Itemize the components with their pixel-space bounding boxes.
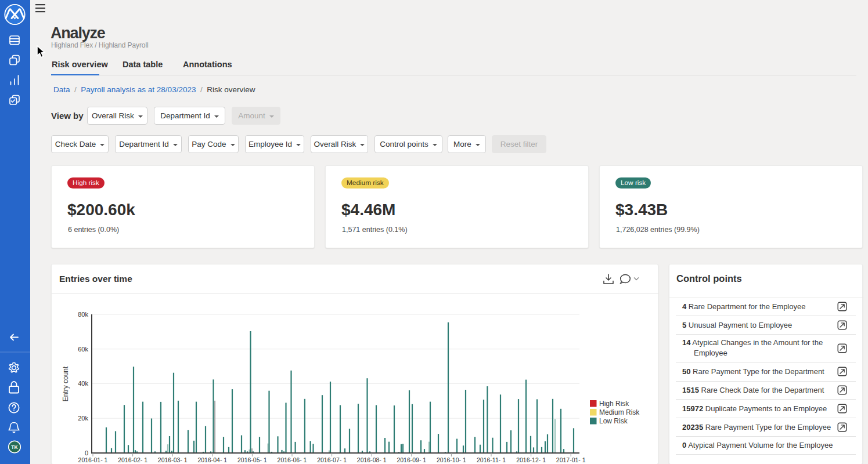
svg-text:40k: 40k [78, 380, 88, 387]
svg-text:High Risk: High Risk [599, 400, 629, 408]
svg-text:Low Risk: Low Risk [599, 417, 628, 425]
svg-text:2016-01- 1: 2016-01- 1 [78, 456, 108, 463]
svg-text:2016-04- 1: 2016-04- 1 [197, 456, 227, 463]
svg-text:20k: 20k [78, 415, 88, 422]
svg-text:80k: 80k [78, 311, 88, 318]
svg-text:2017-01- 1: 2017-01- 1 [556, 456, 586, 463]
svg-text:Entry count: Entry count [62, 366, 70, 401]
svg-text:2016-09- 1: 2016-09- 1 [397, 456, 426, 463]
svg-text:2016-11- 1: 2016-11- 1 [477, 456, 506, 463]
svg-text:2016-12- 1: 2016-12- 1 [516, 456, 546, 463]
svg-text:2016-05- 1: 2016-05- 1 [237, 456, 267, 463]
svg-text:2016-10- 1: 2016-10- 1 [437, 456, 466, 463]
svg-text:Medium Risk: Medium Risk [599, 408, 640, 416]
svg-text:TK: TK [11, 444, 18, 450]
svg-text:2016-06- 1: 2016-06- 1 [278, 456, 307, 463]
svg-text:2016-03- 1: 2016-03- 1 [158, 456, 188, 463]
svg-text:60k: 60k [78, 346, 88, 353]
svg-text:2016-08- 1: 2016-08- 1 [357, 456, 387, 463]
svg-text:2016-02- 1: 2016-02- 1 [118, 456, 147, 463]
svg-text:2016-07- 1: 2016-07- 1 [317, 456, 347, 463]
svg-text:0: 0 [85, 449, 88, 456]
